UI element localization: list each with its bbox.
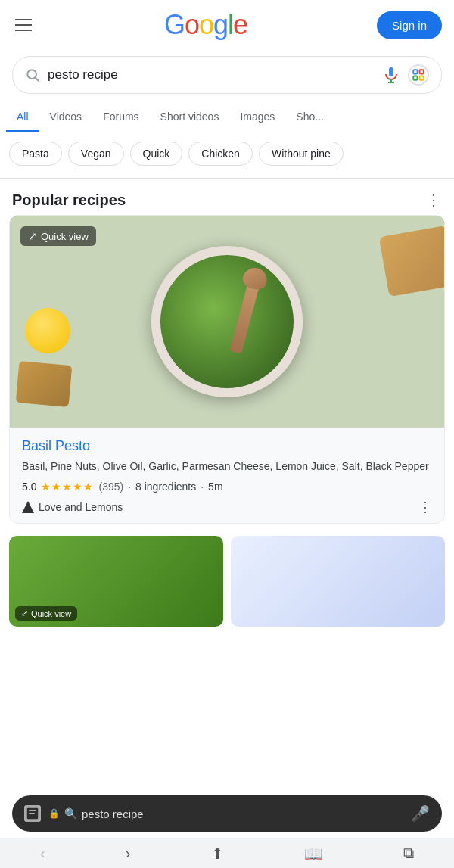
- lemon-decoration: [25, 308, 70, 353]
- tab-all[interactable]: All: [6, 103, 39, 132]
- search-icon: [25, 67, 40, 82]
- svg-rect-5: [413, 70, 417, 73]
- share-button[interactable]: ⬆: [205, 842, 230, 866]
- quick-view-badge[interactable]: ⤢ Quick view: [20, 226, 96, 246]
- bottom-search-text[interactable]: 🔒 🔍 pesto recipe: [48, 807, 403, 820]
- chip-chicken[interactable]: Chicken: [188, 142, 253, 166]
- cook-time: 5m: [208, 481, 222, 493]
- search-bar-container: pesto recipe: [0, 50, 454, 103]
- small-quick-view-label-left: Quick view: [31, 609, 71, 618]
- small-card-left[interactable]: ⤢ Quick view: [9, 536, 223, 627]
- source-info: Love and Lemons: [22, 501, 123, 513]
- svg-rect-6: [420, 70, 424, 73]
- forward-button[interactable]: ›: [120, 842, 137, 865]
- google-logo: G o o g l e: [164, 9, 247, 41]
- section-header: Popular recipes ⋮: [0, 182, 454, 215]
- recipe-options-button[interactable]: ⋮: [418, 499, 432, 515]
- bread-decoration-top: [379, 226, 444, 297]
- svg-rect-7: [413, 76, 417, 80]
- logo-o1: o: [185, 9, 199, 41]
- svg-rect-2: [389, 67, 393, 76]
- bottom-search[interactable]: 🔒 🔍 pesto recipe 🎤: [12, 795, 442, 832]
- section-title: Popular recipes: [12, 191, 126, 209]
- meta-dot-2: ·: [201, 481, 204, 493]
- small-quick-view-left[interactable]: ⤢ Quick view: [15, 606, 77, 621]
- search-query: pesto recipe: [48, 67, 375, 82]
- meta-dot-1: ·: [128, 481, 131, 493]
- menu-button[interactable]: [12, 16, 35, 34]
- tab-videos[interactable]: Videos: [39, 103, 93, 132]
- chip-without-pine[interactable]: Without pine: [259, 142, 344, 166]
- search-icon-small: 🔍: [64, 807, 77, 820]
- rating-score: 5.0: [22, 481, 36, 493]
- recipe-ingredients: Basil, Pine Nuts, Olive Oil, Garlic, Par…: [22, 459, 432, 474]
- review-count: (395): [98, 481, 123, 493]
- svg-point-0: [27, 70, 36, 79]
- back-button[interactable]: ‹: [34, 842, 51, 865]
- bottom-cards-row: ⤢ Quick view: [9, 536, 445, 627]
- logo-g1: G: [164, 9, 185, 41]
- recipe-source: Love and Lemons ⋮: [22, 499, 432, 515]
- small-card-right[interactable]: [231, 536, 445, 627]
- chip-pasta[interactable]: Pasta: [9, 142, 62, 166]
- header: G o o g l e Sign in: [0, 0, 454, 50]
- bookmarks-button[interactable]: 📖: [298, 842, 329, 866]
- search-bar[interactable]: pesto recipe: [12, 56, 442, 94]
- chip-quick[interactable]: Quick: [130, 142, 183, 166]
- lock-icon: 🔒: [48, 808, 60, 819]
- filter-chips: Pasta Vegan Quick Chicken Without pine: [0, 132, 454, 175]
- lens-icon[interactable]: [408, 64, 429, 86]
- tab-images[interactable]: Images: [229, 103, 285, 132]
- mic-button[interactable]: 🎤: [411, 804, 430, 823]
- svg-rect-8: [420, 76, 424, 80]
- logo-o2: o: [199, 9, 213, 41]
- source-icon: [22, 501, 34, 513]
- logo-l: l: [228, 9, 233, 41]
- recipe-info: Basil Pesto Basil, Pine Nuts, Olive Oil,…: [10, 428, 444, 523]
- mic-icon[interactable]: [382, 66, 400, 84]
- recipe-title[interactable]: Basil Pesto: [22, 438, 432, 454]
- expand-icon: ⤢: [28, 230, 37, 242]
- logo-e: e: [233, 9, 247, 41]
- tab-short-videos[interactable]: Short videos: [150, 103, 230, 132]
- recipe-image: ⤢ Quick view: [10, 216, 444, 428]
- svg-line-1: [36, 78, 39, 82]
- logo-g2: g: [213, 9, 228, 41]
- source-label: Love and Lemons: [39, 501, 123, 513]
- bread-decoration-bottom: [16, 361, 73, 407]
- pesto-bowl: [151, 246, 303, 397]
- rating-stars: ★★★★★: [41, 481, 94, 493]
- recipe-card-basil-pesto: ⤢ Quick view Basil Pesto Basil, Pine Nut…: [9, 215, 445, 524]
- tab-shopping[interactable]: Sho...: [285, 103, 334, 132]
- pesto-background: [10, 216, 444, 428]
- section-options-button[interactable]: ⋮: [426, 191, 442, 209]
- ingredient-count: 8 ingredients: [135, 481, 196, 493]
- recipe-meta: 5.0 ★★★★★ (395) · 8 ingredients · 5m: [22, 481, 432, 493]
- chip-vegan[interactable]: Vegan: [68, 142, 124, 166]
- svg-rect-11: [29, 813, 35, 814]
- tabs-switcher-icon[interactable]: [24, 805, 41, 822]
- quick-view-label: Quick view: [41, 231, 89, 242]
- small-expand-icon-left: ⤢: [21, 608, 28, 618]
- tab-forums[interactable]: Forums: [92, 103, 149, 132]
- bottom-bar: 🔒 🔍 pesto recipe 🎤: [0, 789, 454, 838]
- browser-nav: ‹ › ⬆ 📖 ⧉: [0, 838, 454, 868]
- bottom-query: pesto recipe: [82, 807, 144, 820]
- svg-rect-10: [29, 810, 36, 811]
- search-tabs: All Videos Forums Short videos Images Sh…: [0, 103, 454, 132]
- tabs-button[interactable]: ⧉: [397, 842, 420, 865]
- divider: [0, 178, 454, 179]
- sign-in-button[interactable]: Sign in: [377, 11, 442, 39]
